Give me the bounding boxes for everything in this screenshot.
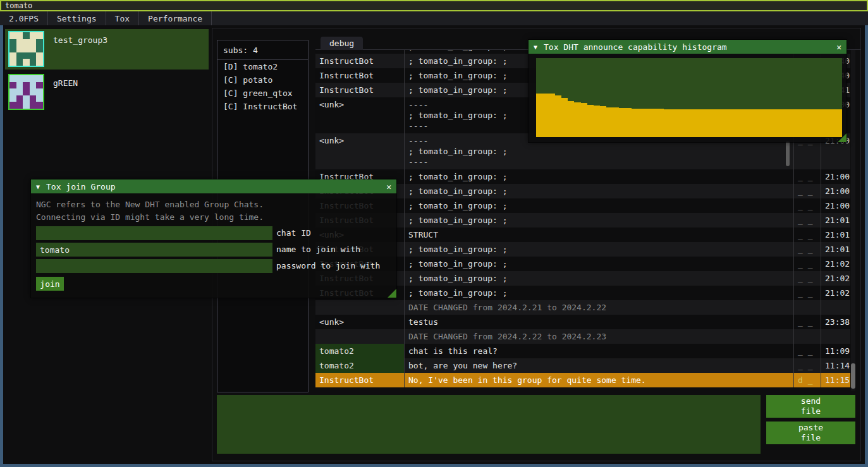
timestamp xyxy=(821,329,850,344)
timestamp: 21:00 xyxy=(821,184,850,198)
join-field-label: password to join with xyxy=(276,259,380,273)
histogram-bar xyxy=(561,98,568,138)
status-marks: _ _ xyxy=(793,198,821,213)
histogram-bar xyxy=(542,94,549,137)
join-field-name[interactable] xyxy=(36,243,272,257)
send-file-button[interactable]: send file xyxy=(766,395,855,418)
group-avatar xyxy=(8,74,44,110)
message-text: ; tomato_in_group: ; xyxy=(404,257,793,271)
histogram-bar xyxy=(791,109,797,137)
histogram-bar xyxy=(594,106,600,137)
status-marks: _ _ xyxy=(793,315,821,329)
status-marks: _ _ xyxy=(793,257,821,271)
window-frame-right xyxy=(865,25,868,467)
message-text: DATE CHANGED from 2024.2.21 to 2024.2.22 xyxy=(404,300,793,315)
tab-debug[interactable]: debug xyxy=(321,37,363,50)
resize-grip[interactable] xyxy=(388,289,396,298)
close-icon[interactable]: ✕ xyxy=(386,182,391,191)
dht-histogram-window: ▼ Tox DHT announce capability histogram … xyxy=(528,39,847,143)
timestamp: 11:09 xyxy=(821,344,850,358)
chat-scrollbar-track[interactable] xyxy=(851,50,855,391)
timestamp: 21:02 xyxy=(821,286,850,300)
resize-grip[interactable] xyxy=(838,133,847,142)
message-text: ; tomato_in_group: ; xyxy=(404,213,793,227)
member-InstructBot[interactable]: [C] InstructBot xyxy=(217,100,308,113)
app-window: tomato 2.0FPS SettingsToxPerformance tes… xyxy=(0,0,868,467)
histogram-bar xyxy=(689,109,695,137)
timestamp: 11:14 xyxy=(821,358,850,373)
sidebar-group-gREEN[interactable]: gREEN xyxy=(5,72,209,112)
join-button[interactable]: join xyxy=(36,277,64,291)
chat-row[interactable]: InstructBotNo, I've been in this group f… xyxy=(315,373,850,387)
histogram-bar xyxy=(695,109,702,137)
histogram-bar xyxy=(606,107,613,138)
message-text: ; tomato_in_group: ; xyxy=(404,286,793,300)
histogram-bar xyxy=(708,109,714,137)
date-separator-row[interactable]: DATE CHANGED from 2024.2.22 to 2024.2.23 xyxy=(315,329,850,344)
member-potato[interactable]: [C] potato xyxy=(217,73,308,87)
date-separator-row[interactable]: DATE CHANGED from 2024.2.21 to 2024.2.22 xyxy=(315,300,850,315)
timestamp: 21:00 xyxy=(821,169,850,184)
subs-count: subs: 4 xyxy=(217,40,308,59)
close-icon[interactable]: ✕ xyxy=(836,42,841,52)
fps-counter: 2.0FPS xyxy=(0,11,48,25)
join-group-titlebar: ▼ Tox join Group ✕ xyxy=(31,179,396,193)
histogram-bar xyxy=(766,109,772,137)
menu-item-settings[interactable]: Settings xyxy=(48,11,106,25)
sidebar-group-test_group3[interactable]: test_group3 xyxy=(5,29,209,70)
chat-scrollbar-thumb[interactable] xyxy=(851,363,855,389)
histogram-bar xyxy=(664,109,670,137)
member-tomato2[interactable]: [D] tomato2 xyxy=(217,60,308,73)
histogram-bar xyxy=(549,94,555,137)
group-avatar xyxy=(8,31,44,67)
timestamp: 23:38 xyxy=(821,315,850,329)
chat-row[interactable]: tomato2bot, are you new here?_ _11:14 xyxy=(315,358,850,373)
join-field-row: chat ID xyxy=(36,226,396,240)
message-text: ; tomato_in_group: ; xyxy=(404,271,793,286)
message-text: ; tomato_in_group: ; xyxy=(404,198,793,213)
histogram-bar xyxy=(676,109,683,137)
sender-name: InstructBot xyxy=(315,68,404,83)
join-field-row: name to join with xyxy=(36,243,396,257)
join-field-chat-id[interactable] xyxy=(36,226,272,240)
menu-item-performance[interactable]: Performance xyxy=(139,11,212,25)
histogram-bar xyxy=(759,109,766,137)
paste-file-button[interactable]: paste file xyxy=(766,422,855,444)
join-field-label: name to join with xyxy=(276,243,360,257)
member-green_qtox[interactable]: [C] green_qtox xyxy=(217,87,308,100)
menu-item-tox[interactable]: Tox xyxy=(106,11,139,25)
join-field-label: chat ID xyxy=(276,226,311,240)
histogram-bar xyxy=(702,109,708,137)
message-text: bot, are you new here? xyxy=(404,358,793,373)
chat-row[interactable]: <unk>testus_ _23:38 xyxy=(315,315,850,329)
histogram-bar xyxy=(747,109,753,137)
histogram-bar xyxy=(727,109,733,137)
sender-name: tomato2 xyxy=(315,358,404,373)
histogram-bar xyxy=(568,101,574,138)
group-sidebar: test_group3gREEN xyxy=(5,29,209,115)
window-titlebar: tomato xyxy=(0,0,868,11)
status-marks xyxy=(793,300,821,315)
collapse-triangle-icon[interactable]: ▼ xyxy=(534,44,537,51)
histogram-bar xyxy=(721,109,727,137)
chat-row[interactable]: tomato2chat is this real?_ _11:09 xyxy=(315,344,850,358)
histogram-bar xyxy=(574,102,580,137)
join-group-body: NGC refers to the New DHT enabled Group … xyxy=(31,193,396,298)
histogram-bar xyxy=(657,109,663,137)
status-marks: _ _ xyxy=(793,227,821,242)
join-field-password[interactable] xyxy=(36,259,272,273)
message-scrollbar-thumb[interactable] xyxy=(786,141,790,166)
join-group-title: Tox join Group xyxy=(46,182,116,191)
status-marks: _ _ xyxy=(793,242,821,257)
histogram-bar xyxy=(644,109,651,137)
message-input[interactable] xyxy=(217,395,761,454)
histogram-bar xyxy=(683,109,689,137)
collapse-triangle-icon[interactable]: ▼ xyxy=(36,183,40,190)
histogram-bar xyxy=(733,109,740,137)
timestamp: 21:01 xyxy=(821,213,850,227)
message-text: ; tomato_in_group: ; xyxy=(404,169,793,184)
dht-histogram-title: Tox DHT announce capability histogram xyxy=(544,42,727,52)
histogram-bar xyxy=(829,109,836,137)
join-fields: chat IDname to join withpassword to join… xyxy=(36,226,396,273)
sender-name: tomato2 xyxy=(315,344,404,358)
